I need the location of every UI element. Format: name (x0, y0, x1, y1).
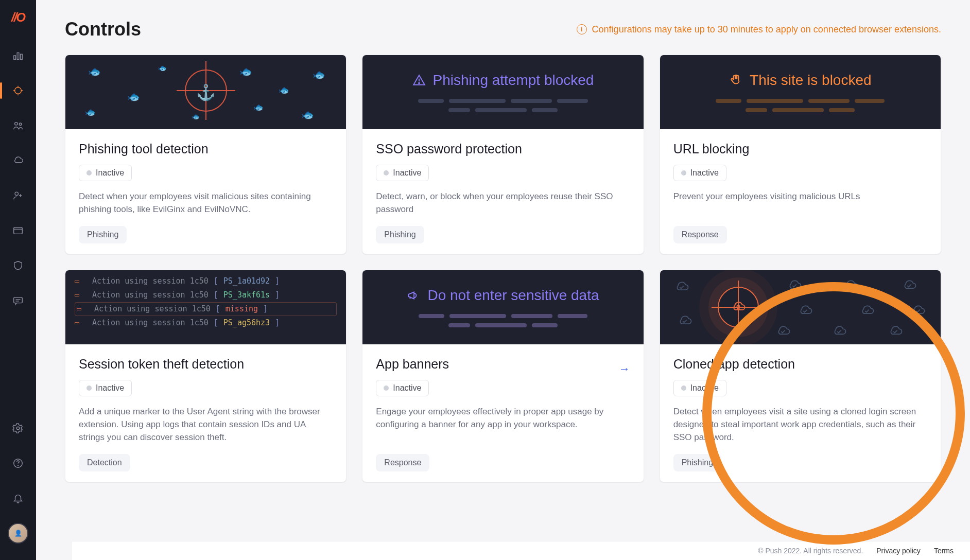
user-plus-icon (12, 190, 24, 201)
fish-hero-graphic: 🐟 🐟 🐟 🐟 🐟 🐟 🐟 🐟 🐟 🐟 ⚓ (65, 55, 346, 129)
header: Controls i Configurations may take up to… (36, 0, 970, 55)
nav-help[interactable] (8, 453, 28, 474)
card-url-blocking[interactable]: This site is blocked URL blocking Inacti… (660, 55, 941, 254)
info-icon: i (577, 24, 587, 34)
warning-triangle-icon (412, 74, 426, 87)
status-dot-icon (384, 170, 389, 176)
hero-sso: Phishing attempt blocked (362, 55, 643, 129)
hero-app-banners: Do not enter sensitive data (362, 270, 643, 344)
status-chip[interactable]: Inactive (79, 165, 132, 181)
svg-point-10 (15, 192, 18, 195)
sidebar: //O (0, 0, 36, 560)
nav-dashboard[interactable] (8, 45, 28, 66)
malicious-cloud-icon (729, 300, 748, 315)
footer-link-privacy[interactable]: Privacy policy (876, 547, 921, 555)
card-body: Session token theft detection Inactive A… (65, 344, 346, 482)
svg-rect-15 (14, 297, 23, 303)
card-description: Detect when your employees visit malicio… (79, 190, 333, 216)
status-chip[interactable]: Inactive (673, 165, 726, 181)
svg-point-8 (15, 122, 18, 126)
tag: Phishing (79, 226, 127, 243)
card-cloned-app[interactable]: Cloned app detection Inactive Detect whe… (660, 270, 941, 482)
card-title: Phishing tool detection (79, 142, 333, 156)
status-chip[interactable]: Inactive (79, 380, 132, 396)
footer-link-terms[interactable]: Terms (934, 547, 954, 555)
hero-label: Do not enter sensitive data (427, 287, 599, 304)
tag: Response (376, 454, 429, 471)
svg-rect-2 (21, 54, 23, 59)
status-label: Inactive (690, 168, 719, 178)
help-icon (12, 458, 24, 469)
nav-protection[interactable] (8, 255, 28, 276)
nav-onboarding[interactable] (8, 185, 28, 206)
hero-cloned-app (660, 270, 941, 344)
status-label: Inactive (393, 383, 421, 393)
card-description: Engage your employees effectively in pro… (376, 406, 630, 444)
nav-cloud[interactable] (8, 150, 28, 171)
shield-icon (12, 260, 24, 271)
open-arrow-icon[interactable]: → (619, 362, 630, 376)
hand-stop-icon (729, 74, 742, 87)
card-title: SSO password protection (376, 142, 630, 156)
hero-url-blocking: This site is blocked (660, 55, 941, 129)
tag: Response (673, 226, 727, 243)
svg-point-20 (18, 465, 19, 466)
nav-people[interactable] (8, 115, 28, 136)
bar-chart-icon (12, 50, 24, 61)
nav-settings[interactable] (8, 418, 28, 439)
clouds-hero-graphic (660, 270, 941, 344)
svg-rect-0 (14, 56, 16, 59)
svg-point-22 (419, 83, 420, 84)
card-title: URL blocking (673, 142, 927, 156)
card-description: Prevent your employees visiting maliciou… (673, 190, 927, 216)
hook-icon: ⚓ (196, 83, 215, 101)
status-dot-icon (384, 386, 389, 391)
nav-browser[interactable] (8, 220, 28, 241)
card-phishing-tool[interactable]: 🐟 🐟 🐟 🐟 🐟 🐟 🐟 🐟 🐟 🐟 ⚓ (65, 55, 347, 254)
gear-icon (12, 423, 24, 434)
status-chip[interactable]: Inactive (376, 380, 429, 396)
svg-point-23 (737, 306, 740, 308)
config-notice: i Configurations may take up to 30 minut… (577, 24, 941, 35)
card-body: SSO password protection Inactive Detect,… (362, 129, 643, 254)
notice-text: Configurations may take up to 30 minutes… (592, 24, 941, 35)
bell-icon (12, 493, 24, 504)
app-root: //O (0, 0, 970, 560)
status-chip[interactable]: Inactive (376, 165, 429, 181)
svg-point-9 (19, 123, 22, 126)
card-body: Phishing tool detection Inactive Detect … (65, 129, 346, 254)
status-chip[interactable]: Inactive (673, 380, 726, 396)
people-icon (12, 120, 24, 131)
sidebar-nav (8, 45, 28, 418)
hero-label: This site is blocked (750, 72, 872, 89)
cards-grid: 🐟 🐟 🐟 🐟 🐟 🐟 🐟 🐟 🐟 🐟 ⚓ (36, 55, 970, 511)
nav-notifications[interactable] (8, 488, 28, 509)
card-sso-protection[interactable]: Phishing attempt blocked SSO password pr… (362, 55, 644, 254)
tag: Detection (79, 454, 130, 471)
main: Controls i Configurations may take up to… (36, 0, 970, 560)
hero-phishing-tool: 🐟 🐟 🐟 🐟 🐟 🐟 🐟 🐟 🐟 🐟 ⚓ (65, 55, 346, 129)
avatar[interactable]: 👤 (8, 523, 28, 544)
hero-label: Phishing attempt blocked (433, 72, 594, 89)
nav-controls[interactable] (8, 80, 28, 101)
footer: © Push 2022. All rights reserved. Privac… (72, 541, 970, 560)
card-session-theft[interactable]: ▭Action using session 1c50 [PS_1a01d92] … (65, 270, 347, 482)
hero-session-theft: ▭Action using session 1c50 [PS_1a01d92] … (65, 270, 346, 344)
svg-point-3 (15, 87, 22, 94)
terminal-graphic: ▭Action using session 1c50 [PS_1a01d92] … (65, 270, 346, 334)
card-title: Cloned app detection (673, 357, 927, 372)
nav-messages[interactable] (8, 290, 28, 311)
chat-icon (12, 295, 24, 306)
status-dot-icon (681, 386, 686, 391)
status-label: Inactive (690, 383, 719, 393)
status-dot-icon (86, 386, 92, 391)
card-app-banners[interactable]: Do not enter sensitive data App banners … (362, 270, 644, 482)
logo: //O (11, 10, 25, 25)
card-description: Detect, warn, or block when your employe… (376, 190, 630, 216)
card-title: Session token theft detection (79, 357, 333, 372)
svg-rect-13 (14, 227, 23, 234)
card-body: URL blocking Inactive Prevent your emplo… (660, 129, 941, 254)
browser-icon (12, 225, 24, 236)
sidebar-bottom: 👤 (8, 418, 28, 544)
megaphone-icon (407, 289, 420, 302)
